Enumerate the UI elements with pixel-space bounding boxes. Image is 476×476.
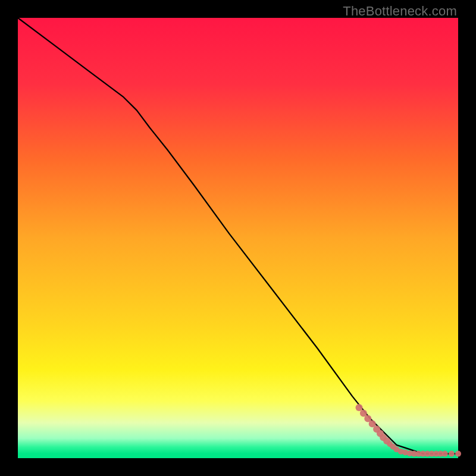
run-marker-dot — [442, 451, 448, 457]
bottleneck-curve — [18, 18, 458, 454]
chart-frame — [18, 18, 458, 458]
run-marker-dot — [356, 404, 363, 411]
run-marker-dot — [449, 451, 455, 457]
chart-plot-svg — [18, 18, 458, 458]
watermark-label: TheBottleneck.com — [343, 4, 457, 19]
run-marker-dot — [455, 451, 461, 457]
